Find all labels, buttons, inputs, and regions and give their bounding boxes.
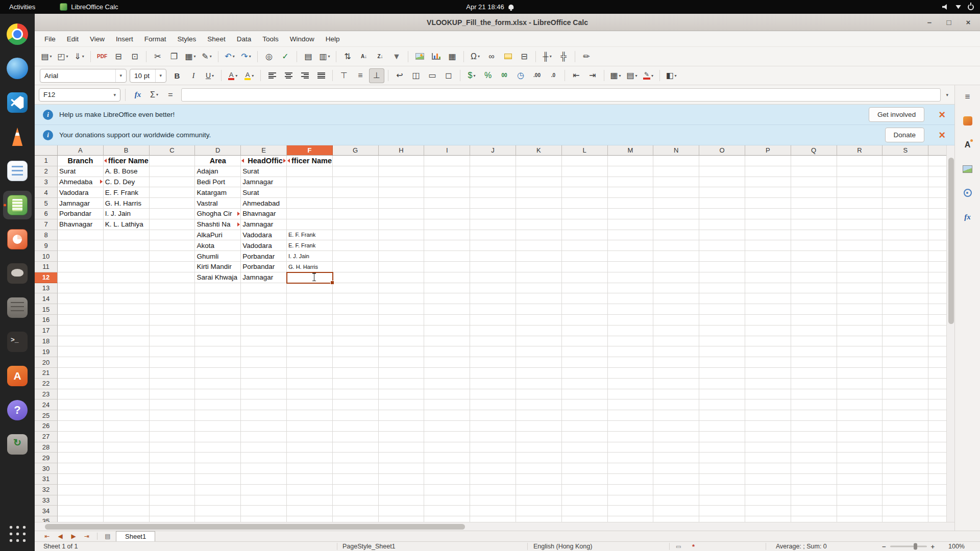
cell-P22[interactable] [745, 379, 791, 389]
column-header-R[interactable]: R [837, 145, 883, 156]
cell-S25[interactable] [883, 410, 928, 421]
cell-D18[interactable] [195, 336, 241, 347]
cell-F6[interactable] [287, 209, 333, 219]
cell-F18[interactable] [287, 336, 333, 347]
column-header-Q[interactable]: Q [791, 145, 837, 156]
horizontal-scrollbar-thumb[interactable] [45, 524, 465, 530]
cell-J3[interactable] [470, 177, 516, 188]
cell-Q6[interactable] [791, 209, 837, 219]
cell-F3[interactable] [287, 177, 333, 188]
cell-D17[interactable] [195, 325, 241, 336]
cell-D30[interactable] [195, 463, 241, 474]
cell-L12[interactable] [562, 272, 608, 283]
cell-G17[interactable] [333, 325, 379, 336]
cell-Q12[interactable] [791, 272, 837, 283]
libreoffice-writer-dock-item[interactable] [3, 157, 32, 185]
sort-button[interactable]: ⇅ [340, 49, 355, 64]
cell-N3[interactable] [653, 177, 699, 188]
cell-N16[interactable] [653, 315, 699, 325]
cell-S26[interactable] [883, 421, 928, 432]
cell-D24[interactable] [195, 399, 241, 410]
cell-H3[interactable] [379, 177, 425, 188]
cell-F1[interactable]: fficer Name [287, 156, 333, 166]
cell-C13[interactable] [150, 283, 195, 294]
cell-N9[interactable] [653, 240, 699, 251]
cell-K24[interactable] [516, 399, 562, 410]
cell-D35[interactable] [195, 516, 241, 522]
cell-Q22[interactable] [791, 379, 837, 389]
row-header-34[interactable]: 34 [35, 506, 58, 516]
cell-A29[interactable] [58, 453, 104, 463]
cell-P9[interactable] [745, 240, 791, 251]
cell-O10[interactable] [699, 251, 745, 262]
cell-I34[interactable] [424, 506, 470, 516]
freeze-panes-button[interactable]: ╫▾ [540, 49, 555, 64]
cell-B15[interactable] [104, 304, 150, 315]
add-sheet-button[interactable]: ▤ [103, 533, 113, 540]
cell-G14[interactable] [333, 293, 379, 304]
cell-H32[interactable] [379, 485, 425, 495]
cell-F16[interactable] [287, 315, 333, 325]
cell-A7[interactable]: Bhavnagar [58, 219, 104, 230]
cell-E30[interactable] [241, 463, 287, 474]
cell-L16[interactable] [562, 315, 608, 325]
cell-F30[interactable] [287, 463, 333, 474]
cell-A10[interactable] [58, 251, 104, 262]
column-header-C[interactable]: C [150, 145, 195, 156]
expand-formula-bar-icon[interactable]: ▾ [944, 92, 950, 97]
cell-M23[interactable] [608, 389, 654, 400]
cell-R3[interactable] [837, 177, 883, 188]
cell-Q30[interactable] [791, 463, 837, 474]
cell-K20[interactable] [516, 357, 562, 368]
cell-M12[interactable] [608, 272, 654, 283]
cell-I25[interactable] [424, 410, 470, 421]
cell-C10[interactable] [150, 251, 195, 262]
font-color-button[interactable]: A▾ [225, 68, 240, 83]
cell-P34[interactable] [745, 506, 791, 516]
cell-B28[interactable] [104, 442, 150, 453]
cell-M16[interactable] [608, 315, 654, 325]
cell-K8[interactable] [516, 230, 562, 241]
cell-G32[interactable] [333, 485, 379, 495]
thunderbird-dock-item[interactable] [3, 54, 32, 83]
cell-J21[interactable] [470, 368, 516, 379]
cell-Q11[interactable] [791, 262, 837, 272]
previous-sheet-button[interactable]: ◀ [55, 533, 65, 540]
headers-footers-button[interactable]: ⊟ [517, 49, 532, 64]
decrease-indent-button[interactable]: ⇤ [569, 68, 584, 83]
cell-I16[interactable] [424, 315, 470, 325]
cell-C30[interactable] [150, 463, 195, 474]
cell-M15[interactable] [608, 304, 654, 315]
cell-B16[interactable] [104, 315, 150, 325]
cell-H19[interactable] [379, 346, 425, 357]
remove-decimal-button[interactable]: .0 [546, 68, 561, 83]
cell-I22[interactable] [424, 379, 470, 389]
cell-F2[interactable] [287, 166, 333, 177]
cell-N17[interactable] [653, 325, 699, 336]
cell-C35[interactable] [150, 516, 195, 522]
cell-K35[interactable] [516, 516, 562, 522]
cell-K13[interactable] [516, 283, 562, 294]
wrap-text-button[interactable]: ↩ [392, 68, 407, 83]
cell-C8[interactable] [150, 230, 195, 241]
cell-Q21[interactable] [791, 368, 837, 379]
cell-E17[interactable] [241, 325, 287, 336]
row-header-19[interactable]: 19 [35, 346, 58, 357]
cell-I4[interactable] [424, 187, 470, 198]
cell-G9[interactable] [333, 240, 379, 251]
cell-K34[interactable] [516, 506, 562, 516]
row-header-23[interactable]: 23 [35, 389, 58, 400]
underline-button-dropdown[interactable]: ▾ [212, 73, 214, 78]
cell-O18[interactable] [699, 336, 745, 347]
cell-O7[interactable] [699, 219, 745, 230]
cell-F5[interactable] [287, 198, 333, 209]
cell-M25[interactable] [608, 410, 654, 421]
cell-S18[interactable] [883, 336, 928, 347]
zoom-level[interactable]: 100% [948, 543, 965, 550]
cell-Q24[interactable] [791, 399, 837, 410]
cell-G4[interactable] [333, 187, 379, 198]
cell-L18[interactable] [562, 336, 608, 347]
cell-J34[interactable] [470, 506, 516, 516]
cell-A9[interactable] [58, 240, 104, 251]
cell-S35[interactable] [883, 516, 928, 522]
